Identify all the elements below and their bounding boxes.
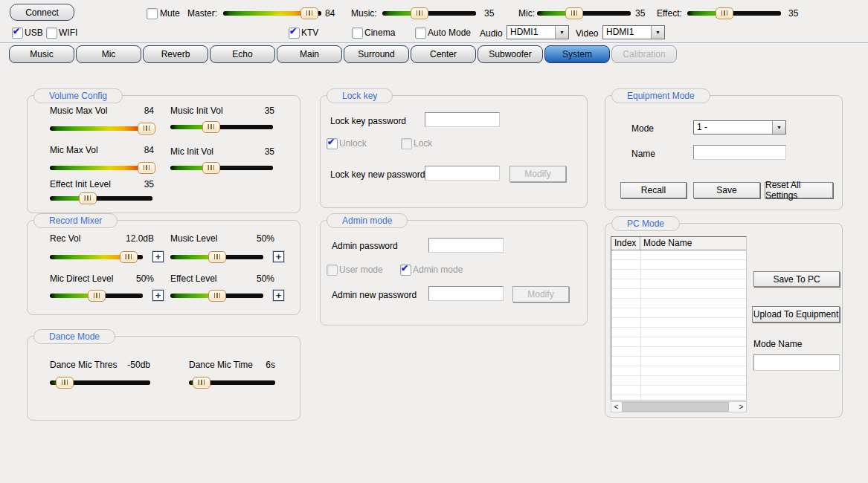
tab-music[interactable]: Music — [9, 45, 74, 63]
mic-direct-level-increment-button[interactable]: + — [152, 290, 164, 301]
admin-modify-button: Modify — [512, 286, 569, 302]
dance-mic-thres-value: -50db — [127, 360, 150, 370]
rec-vol-increment-button[interactable]: + — [152, 251, 164, 262]
video-select[interactable]: HDMI1 ▼ — [602, 25, 665, 39]
pc-mode-panel: PC Mode Index Mode Name < > Save To PC U… — [605, 223, 843, 418]
mute-checkbox[interactable] — [147, 8, 158, 19]
lock-key-password-input[interactable] — [425, 112, 500, 127]
auto-mode-checkbox[interactable] — [415, 27, 426, 39]
cinema-checkbox[interactable] — [352, 27, 363, 39]
topbar-divider — [0, 42, 868, 43]
lock-key-title: Lock key — [327, 88, 393, 103]
save-to-pc-button[interactable]: Save To PC — [753, 271, 840, 287]
music-level-thumb[interactable] — [208, 251, 226, 263]
tab-system[interactable]: System — [544, 45, 610, 63]
admin-password-input[interactable] — [428, 238, 504, 253]
master-slider[interactable] — [223, 7, 321, 19]
admin-mode-title: Admin mode — [327, 213, 408, 228]
wifi-checkbox[interactable] — [46, 27, 57, 39]
scroll-left-icon[interactable]: < — [611, 402, 621, 412]
usb-checkbox[interactable] — [12, 27, 23, 39]
rec-vol-slider[interactable] — [50, 251, 143, 262]
unlock-checkbox[interactable] — [327, 138, 338, 149]
music-max-vol-slider[interactable] — [50, 123, 152, 134]
mic-slider[interactable] — [537, 7, 631, 19]
effect-level-increment-button[interactable]: + — [273, 290, 284, 301]
scroll-right-icon[interactable]: > — [736, 402, 746, 412]
effect-level-slider[interactable] — [170, 290, 263, 301]
audio-select[interactable]: HDMI1 ▼ — [507, 25, 569, 39]
recall-button[interactable]: Recall — [620, 182, 687, 198]
music-slider[interactable] — [382, 7, 476, 19]
mode-table-body[interactable] — [611, 250, 746, 400]
dance-mic-time-value: 6s — [266, 360, 275, 370]
tab-surround[interactable]: Surround — [344, 45, 409, 63]
music-init-vol-thumb[interactable] — [202, 121, 220, 133]
connect-button[interactable]: Connect — [10, 4, 74, 21]
effect-init-level-thumb[interactable] — [79, 192, 97, 204]
dance-mic-time-thumb[interactable] — [193, 377, 210, 389]
music-level-slider[interactable] — [170, 251, 263, 262]
mode-select[interactable]: 1 - ▼ — [693, 120, 786, 134]
user-mode-checkbox[interactable] — [327, 265, 338, 276]
rec-vol-thumb[interactable] — [120, 251, 138, 263]
effect-level-thumb[interactable] — [208, 290, 226, 302]
plus-icon: + — [276, 291, 282, 299]
mic-direct-level-slider[interactable] — [50, 290, 143, 301]
effect-slider-thumb[interactable] — [716, 7, 733, 19]
chevron-down-icon: ▼ — [655, 30, 660, 35]
admin-new-password-input[interactable] — [428, 286, 504, 301]
ktv-label: KTV — [301, 27, 318, 38]
mode-table-hscrollbar[interactable]: < > — [611, 401, 747, 412]
admin-mode-label: Admin mode — [413, 265, 463, 275]
mic-slider-thumb[interactable] — [565, 7, 583, 19]
name-input[interactable] — [693, 145, 786, 160]
mode-table[interactable]: Index Mode Name — [611, 236, 747, 401]
tab-reverb[interactable]: Reverb — [143, 45, 208, 63]
mode-name-input[interactable] — [753, 354, 840, 371]
mode-select-arrow: ▼ — [772, 121, 785, 134]
music-max-vol-thumb[interactable] — [138, 123, 155, 134]
scrollbar-thumb[interactable] — [622, 402, 729, 412]
mic-max-vol-thumb[interactable] — [138, 162, 155, 174]
system-settings-window: Connect Mute Master: 84 Music: 35 Mic: 3… — [0, 0, 868, 483]
mic-init-vol-thumb[interactable] — [202, 162, 220, 174]
save-button[interactable]: Save — [693, 182, 760, 198]
music-init-vol-slider[interactable] — [170, 121, 273, 132]
ktv-checkbox[interactable] — [289, 27, 300, 39]
mode-name-column-header: Mode Name — [640, 237, 695, 250]
effect-init-level-slider[interactable] — [50, 192, 152, 204]
mic-direct-level-value: 50% — [136, 273, 154, 284]
master-slider-thumb[interactable] — [300, 7, 318, 19]
lock-checkbox[interactable] — [401, 138, 412, 149]
effect-slider-value: 35 — [788, 8, 798, 19]
tab-mic[interactable]: Mic — [76, 45, 141, 63]
tab-subwoofer[interactable]: Subwoofer — [478, 45, 543, 63]
tab-center[interactable]: Center — [411, 45, 476, 63]
effect-init-level-label: Effect Init Level — [50, 179, 111, 189]
music-level-increment-button[interactable]: + — [273, 251, 284, 262]
lock-key-password-label: Lock key password — [330, 116, 406, 126]
lock-key-panel: Lock key Lock key password Unlock Lock L… — [320, 95, 588, 208]
mic-direct-level-thumb[interactable] — [88, 290, 106, 302]
mic-max-vol-label: Mic Max Vol — [50, 145, 98, 155]
lock-key-new-password-input[interactable] — [425, 166, 500, 181]
admin-mode-checkbox[interactable] — [400, 265, 411, 276]
tab-echo[interactable]: Echo — [210, 45, 275, 63]
reset-all-settings-button[interactable]: Reset All Settings — [765, 182, 833, 198]
dance-mic-thres-thumb[interactable] — [56, 377, 74, 389]
effect-slider[interactable] — [687, 7, 781, 19]
music-slider-value: 35 — [484, 8, 494, 19]
mic-init-vol-slider[interactable] — [170, 162, 273, 173]
lock-key-modify-button: Modify — [509, 166, 566, 182]
music-slider-thumb[interactable] — [411, 7, 428, 19]
dance-mode-panel: Dance Mode Dance Mic Thres -50db Dance M… — [27, 336, 300, 421]
dance-mic-thres-slider[interactable] — [50, 377, 150, 388]
audio-label: Audio — [480, 28, 503, 39]
dance-mic-time-slider[interactable] — [189, 377, 275, 388]
mic-max-vol-slider[interactable] — [50, 162, 152, 173]
tab-main[interactable]: Main — [277, 45, 342, 63]
upload-to-equipment-button[interactable]: Upload To Equipment — [752, 306, 840, 322]
effect-init-level-value: 35 — [144, 179, 154, 189]
mic-slider-value: 35 — [635, 8, 645, 19]
